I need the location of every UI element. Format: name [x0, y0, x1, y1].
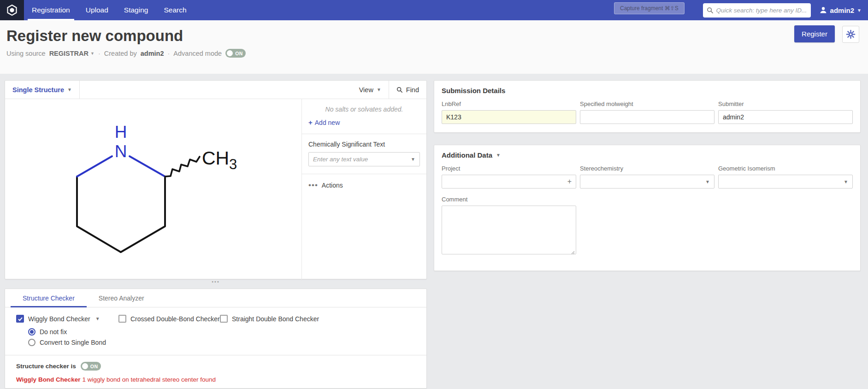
radio-do-not-fix[interactable]: Do not fix — [28, 326, 426, 337]
stereochemistry-label: Stereochemistry — [580, 165, 714, 172]
advanced-mode-label: Advanced mode — [173, 50, 222, 57]
structure-checker-toggle[interactable]: ON — [81, 362, 101, 371]
geometric-isomerism-label: Geometric Isomerism — [718, 165, 853, 172]
quick-search — [703, 3, 811, 18]
specified-molweight-input[interactable] — [580, 110, 714, 124]
checker-status-row: Structure checker is ON — [5, 355, 426, 371]
crossed-double-bond-checker-label: Crossed Double-Bond Checker — [130, 315, 220, 323]
add-new-salt-link[interactable]: + Add new — [308, 118, 340, 126]
page-title: Register new compound — [6, 28, 868, 44]
separator-dot: · — [168, 50, 170, 57]
view-menu-label: View — [359, 86, 373, 94]
chevron-down-icon: ▼ — [844, 179, 848, 184]
find-label: Find — [406, 86, 419, 94]
chevron-down-icon[interactable]: ▼ — [95, 316, 100, 321]
atom-label-ch: CH — [202, 147, 229, 169]
project-picker[interactable]: + — [442, 175, 576, 189]
chevron-down-icon: ▼ — [377, 87, 381, 92]
radio-convert-to-single-bond[interactable]: Convert to Single Bond — [28, 337, 426, 348]
nav-item-search[interactable]: Search — [156, 0, 194, 20]
structure-type-selector[interactable]: Single Structure ▼ — [5, 81, 80, 99]
nav-item-registration[interactable]: Registration — [24, 0, 78, 20]
panel-resize-handle[interactable]: ••• — [207, 280, 225, 283]
structure-body: H N CH 3 No salts or solvates added. + A… — [5, 99, 426, 281]
salts-empty-message: No salts or solvates added. — [308, 106, 420, 113]
actions-menu-button[interactable]: ••• Actions — [308, 181, 420, 189]
checker-warning-message: 1 wiggly bond on tetrahedral stereo cent… — [82, 376, 216, 383]
tab-stereo-analyzer[interactable]: Stereo Analyzer — [87, 289, 156, 307]
geometric-isomerism-select[interactable]: ▼ — [718, 175, 853, 189]
comment-textarea[interactable] — [442, 206, 576, 254]
source-selector[interactable]: REGISTRAR ▼ — [49, 50, 94, 57]
tab-structure-checker[interactable]: Structure Checker — [11, 289, 87, 307]
app-logo[interactable] — [0, 0, 24, 20]
structure-card: Single Structure ▼ View ▼ Find — [5, 80, 427, 279]
nav-item-upload[interactable]: Upload — [78, 0, 116, 20]
view-menu-button[interactable]: View ▼ — [352, 81, 389, 99]
using-source-label: Using source — [6, 50, 46, 57]
separator-dot: · — [98, 50, 100, 57]
project-field: Project + — [442, 165, 576, 189]
created-by-label: Created by — [104, 50, 137, 57]
chevron-down-icon: ▼ — [90, 51, 94, 56]
chevron-down-icon: ▼ — [411, 157, 415, 162]
actions-section: ••• Actions — [302, 174, 426, 196]
page-header: Register new compound Using source REGIS… — [0, 20, 868, 74]
created-by-value: admin2 — [141, 50, 164, 57]
radio-selected-icon — [28, 328, 35, 336]
molecule-structure: H N CH 3 — [5, 99, 302, 279]
atom-label-ch-subscript: 3 — [229, 156, 237, 172]
user-icon — [819, 6, 827, 14]
main-content: Single Structure ▼ View ▼ Find — [0, 74, 868, 389]
atom-label-n: N — [115, 142, 127, 161]
stereochemistry-field: Stereochemistry ▼ — [580, 165, 714, 189]
advanced-mode-toggle[interactable]: ON — [225, 49, 246, 58]
cst-combobox[interactable]: ▼ — [308, 152, 420, 166]
do-not-fix-label: Do not fix — [40, 328, 67, 336]
actions-label: Actions — [322, 182, 343, 189]
checkbox-unchecked-icon — [220, 315, 228, 323]
quick-search-input[interactable] — [716, 7, 807, 14]
submission-details-card: Submission Details LnbRef Specified molw… — [434, 80, 861, 133]
cst-input[interactable] — [313, 156, 411, 163]
search-icon — [707, 7, 714, 14]
convert-to-single-bond-label: Convert to Single Bond — [40, 339, 106, 346]
checkbox-unchecked-icon — [118, 315, 126, 323]
comment-label: Comment — [442, 196, 853, 203]
checker-warning-title: Wiggly Bond Checker — [16, 376, 80, 383]
top-navbar: Registration Upload Staging Search Captu… — [0, 0, 868, 20]
chevron-down-icon: ▼ — [496, 153, 501, 158]
wiggly-bond-checker-checkbox[interactable]: Wiggly Bond Checker ▼ — [16, 315, 118, 323]
ellipsis-icon: ••• — [308, 183, 318, 188]
submitter-input[interactable] — [718, 110, 853, 124]
crossed-double-bond-checker-checkbox[interactable]: Crossed Double-Bond Checker — [118, 315, 220, 323]
cst-section: Chemically Significant Text ▼ — [302, 134, 426, 174]
settings-button[interactable] — [842, 26, 859, 43]
chevron-down-icon: ▼ — [705, 179, 710, 184]
lnbref-input[interactable] — [442, 110, 576, 124]
plus-icon[interactable]: + — [567, 177, 572, 186]
additional-data-title[interactable]: Additional Data ▼ — [442, 151, 853, 159]
chevron-down-icon: ▼ — [857, 8, 862, 13]
geometric-isomerism-field: Geometric Isomerism ▼ — [718, 165, 853, 189]
checker-options-row: Wiggly Bond Checker ▼ Crossed Double-Bon… — [5, 307, 426, 323]
structure-type-label: Single Structure — [12, 86, 64, 94]
lnbref-label: LnbRef — [442, 100, 576, 107]
capture-fragment-overlay[interactable]: Capture fragment ⌘⇧S — [614, 2, 685, 14]
find-button[interactable]: Find — [389, 81, 426, 99]
gear-icon — [846, 29, 856, 39]
additional-fields-row: Project + Stereochemistry ▼ Geometric Is… — [442, 165, 853, 189]
wiggly-bond-checker-label: Wiggly Bond Checker — [28, 315, 90, 323]
user-menu[interactable]: admin2 ▼ — [817, 0, 868, 20]
straight-double-bond-checker-checkbox[interactable]: Straight Double Bond Checker — [220, 315, 319, 323]
nav-item-staging[interactable]: Staging — [116, 0, 156, 20]
specified-molweight-field: Specified molweight — [580, 100, 714, 124]
register-button[interactable]: Register — [794, 25, 835, 42]
atom-label-h: H — [115, 123, 127, 141]
source-value: REGISTRAR — [49, 50, 89, 57]
project-label: Project — [442, 165, 576, 172]
submission-fields-row: LnbRef Specified molweight Submitter — [442, 100, 853, 124]
structure-side-panel: No salts or solvates added. + Add new Ch… — [302, 99, 426, 281]
molecule-canvas[interactable]: H N CH 3 — [5, 99, 302, 281]
stereochemistry-select[interactable]: ▼ — [580, 175, 714, 189]
